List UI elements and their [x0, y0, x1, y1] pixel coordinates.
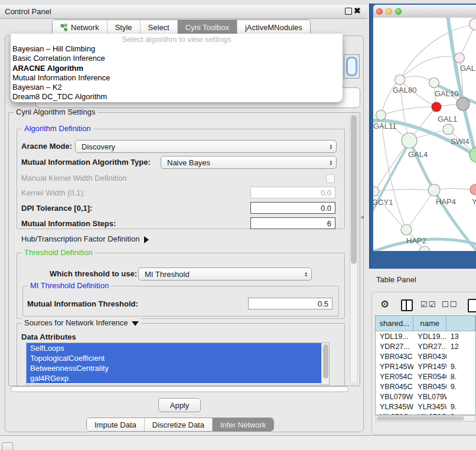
expand-right-icon	[144, 236, 149, 243]
algorithm-combobox-end[interactable]	[344, 54, 360, 79]
tab-label: Style	[115, 23, 132, 32]
table-cell: YDR27...	[376, 343, 413, 351]
table-row[interactable]: YPR145WYPR145W9.	[376, 361, 475, 371]
table-horizontal-scrollbar[interactable]	[376, 415, 475, 422]
bottom-strip	[0, 436, 476, 450]
network-node[interactable]	[457, 97, 470, 110]
table-row[interactable]: YBR043CYBR043C	[376, 351, 475, 361]
network-node-gal[interactable]	[455, 53, 465, 63]
algorithm-option[interactable]: Dream8 DC_TDC Algorithm	[11, 92, 343, 102]
tab-jactivemnodules[interactable]: jActiveMNodules	[237, 20, 310, 35]
algorithm-option[interactable]: Bayesian – Hill Climbing	[11, 44, 343, 54]
control-panel-titlebar: Control Panel	[0, 5, 367, 19]
table-row[interactable]: YBL079WYBL079W	[376, 392, 475, 402]
table-column-header[interactable]: shared...	[376, 316, 413, 331]
focus-ring	[346, 57, 357, 76]
kernel-width-value: 0.0	[321, 188, 331, 197]
apply-button[interactable]: Apply	[158, 398, 201, 412]
table-column-header[interactable]	[446, 316, 475, 331]
data-attribute-item[interactable]: TopologicalCoefficient	[27, 353, 322, 363]
panel-title: Control Panel	[5, 7, 51, 16]
zoom-traffic-light-icon[interactable]	[395, 8, 402, 15]
algorithm-option[interactable]: Bayesian – K2	[11, 83, 343, 92]
tab-discretize-data[interactable]: Discretize Data	[144, 418, 212, 431]
deselect-all-checkboxes-icon[interactable]: ☐☐	[442, 300, 458, 309]
network-tab-icon	[60, 24, 68, 31]
scrollbar-thumb[interactable]	[351, 115, 357, 264]
table-row[interactable]: YLR345WYLR345W9.	[376, 402, 475, 412]
table-column-header[interactable]: name	[413, 316, 446, 331]
table-cell: YDL19...	[413, 332, 446, 341]
tab-impute-data[interactable]: Impute Data	[87, 418, 144, 431]
network-node-gal11[interactable]	[376, 110, 386, 120]
network-node-label: GAL10	[435, 89, 458, 98]
algorithm-option[interactable]: ARACNE Algorithm	[11, 64, 343, 73]
splitter-collapse-icon[interactable]	[361, 215, 364, 220]
tab-network[interactable]: Network	[53, 20, 107, 35]
table-row[interactable]: YDL19...YDL19...13	[376, 331, 475, 341]
network-node-hap4[interactable]	[428, 184, 440, 196]
table-row[interactable]: YDR27...YDR27...12	[376, 341, 475, 351]
hub-definition-toggle[interactable]: Hub/Transcription Factor Definition	[21, 234, 149, 243]
network-node[interactable]	[419, 246, 430, 251]
tab-select[interactable]: Select	[140, 20, 177, 35]
data-attribute-item[interactable]: gal4RGexp	[27, 373, 322, 383]
dpi-tolerance-field[interactable]: 0.0	[250, 202, 335, 214]
scrollbar-thumb[interactable]	[323, 344, 328, 379]
float-panel-icon[interactable]	[345, 8, 352, 15]
table-row[interactable]: YER054CYER054C8.	[376, 371, 475, 381]
network-node-gal10[interactable]	[429, 78, 439, 88]
network-window-titlebar[interactable]	[373, 5, 476, 18]
tab-infer-network[interactable]: Infer Network	[212, 418, 273, 431]
restore-panel-button[interactable]	[2, 442, 13, 450]
network-node[interactable]	[470, 18, 476, 30]
mi-threshold-field[interactable]: 0.5	[248, 298, 332, 309]
network-canvas[interactable]: GALGAL80GAL10GAL1GAL11SWI4GAL4GCY1HAP4YH…	[373, 18, 476, 251]
close-panel-icon[interactable]: ✖	[354, 5, 361, 16]
mi-threshold-legend: MI Threshold Definition	[28, 281, 111, 290]
tab-label: Cyni Toolbox	[185, 23, 229, 32]
data-attribute-item[interactable]: BetweennessCentrality	[27, 363, 322, 373]
mi-type-combobox[interactable]: Naive Bayes ▴▾	[161, 156, 337, 169]
sources-legend[interactable]: Sources for Network Inference	[22, 318, 141, 327]
network-node-y[interactable]	[470, 184, 476, 195]
select-all-checkboxes-icon[interactable]: ☑☑	[420, 300, 436, 309]
tab-label: Select	[148, 23, 169, 32]
gear-icon[interactable]: ⚙	[380, 298, 389, 311]
algorithm-option[interactable]: Basic Correlation Inference	[11, 54, 343, 63]
hub-definition-label: Hub/Transcription Factor Definition	[21, 234, 139, 243]
settings-vertical-scrollbar[interactable]	[350, 113, 358, 384]
kernel-width-label: Kernel Width (0,1):	[21, 188, 85, 197]
settings-horizontal-scrollbar[interactable]	[11, 386, 348, 392]
scrollbar-thumb[interactable]	[377, 416, 464, 420]
network-node-swi4[interactable]	[443, 124, 454, 135]
network-node-gal4[interactable]	[402, 133, 417, 148]
which-threshold-combobox[interactable]: MI Threshold ▴▾	[138, 268, 312, 281]
table-cell: YLR345W	[413, 403, 446, 411]
algorithm-dropdown-list: Select algorithm to view settings Bayesi…	[11, 34, 343, 102]
network-node-gcy1[interactable]	[373, 187, 379, 196]
network-node-gal80[interactable]	[395, 75, 405, 85]
mi-steps-field[interactable]: 6	[250, 217, 335, 229]
tab-cyni-toolbox[interactable]: Cyni Toolbox	[177, 20, 237, 35]
dpi-tolerance-label: DPI Tolerance [0,1]:	[21, 204, 92, 213]
export-table-icon[interactable]	[468, 299, 476, 312]
attributes-scrollbar[interactable]	[321, 343, 329, 384]
minimize-traffic-light-icon[interactable]	[386, 8, 392, 15]
stepper-arrows-icon: ▴▾	[330, 159, 332, 165]
network-node-label: GCY1	[373, 198, 393, 207]
network-node-gal1[interactable]	[432, 102, 441, 112]
table-cell: YDL19...	[376, 332, 413, 341]
close-traffic-light-icon[interactable]	[376, 8, 383, 15]
network-node-hap2[interactable]	[401, 224, 412, 235]
manual-kernel-checkbox[interactable]	[326, 174, 335, 183]
split-columns-icon[interactable]	[401, 299, 413, 311]
kernel-width-field[interactable]: 0.0	[250, 187, 335, 198]
aracne-mode-combobox[interactable]: Discovery ▴▾	[75, 140, 337, 153]
table-row[interactable]: YBR045CYBR045C9.	[376, 381, 475, 392]
tab-style[interactable]: Style	[107, 20, 140, 35]
algorithm-option[interactable]: Mutual Information Inference	[11, 73, 343, 83]
data-attribute-item[interactable]: SelfLoops	[27, 343, 322, 353]
tab-label: Discretize Data	[152, 420, 204, 429]
node-attribute-table[interactable]: shared...name YDL19...YDL19...13YDR27...…	[375, 315, 476, 415]
